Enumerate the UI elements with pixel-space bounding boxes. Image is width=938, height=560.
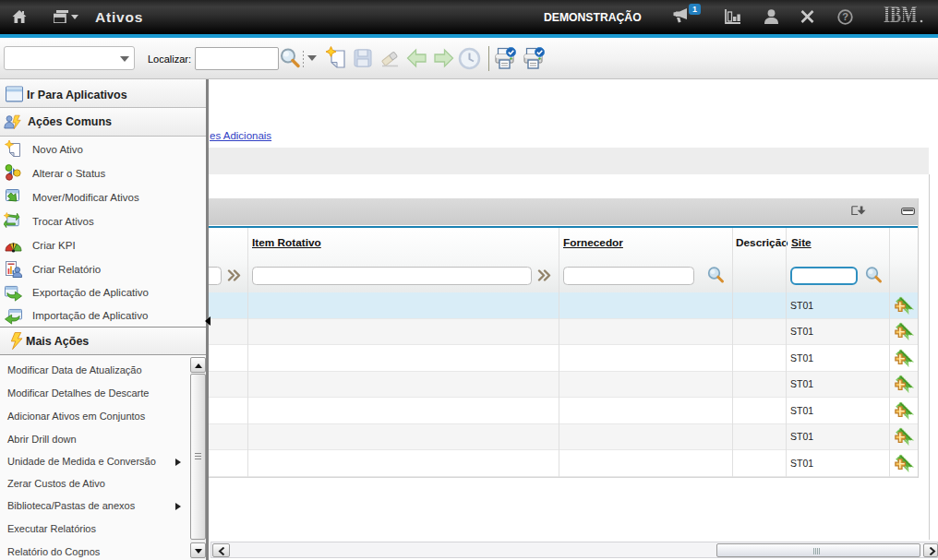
svg-text:IBM: IBM	[884, 6, 918, 25]
svg-text:?: ?	[842, 11, 848, 22]
